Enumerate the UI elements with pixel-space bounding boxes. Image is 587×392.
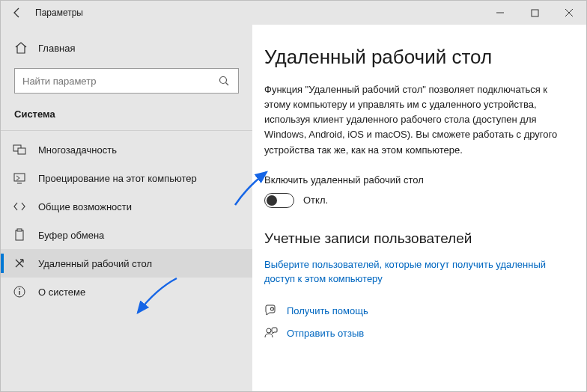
sidebar-item-label: Проецирование на этот компьютер (38, 173, 197, 184)
sidebar-item-clipboard[interactable]: Буфер обмена (1, 221, 252, 249)
feedback-icon (264, 327, 278, 340)
sidebar-item-multitask[interactable]: Многозадачность (1, 135, 252, 164)
select-users-link[interactable]: Выберите пользователей, которые могут по… (264, 257, 570, 287)
maximize-button[interactable] (517, 1, 552, 25)
search-input[interactable] (22, 76, 217, 87)
help-icon: ? (264, 304, 278, 318)
page-title: Удаленный рабочий стол (264, 46, 570, 69)
sidebar-item-label: Удаленный рабочий стол (38, 258, 152, 269)
home-icon (14, 41, 28, 55)
search-icon (217, 74, 231, 88)
description-text: Функция "Удаленный рабочий стол" позволя… (264, 82, 570, 158)
users-heading: Учетные записи пользователей (264, 230, 570, 247)
sidebar-item-label: Общие возможности (38, 201, 132, 212)
svg-rect-6 (14, 174, 25, 181)
sidebar-item-about[interactable]: О системе (1, 278, 252, 306)
svg-rect-7 (16, 230, 23, 240)
multitask-icon (13, 143, 26, 156)
toggle-label: Включить удаленный рабочий стол (264, 174, 570, 186)
sidebar-item-label: Многозадачность (38, 144, 117, 156)
remote-desktop-toggle[interactable] (264, 193, 294, 208)
svg-point-11 (19, 288, 20, 290)
clipboard-icon (13, 228, 26, 242)
back-button[interactable] (7, 2, 28, 23)
window-title: Параметры (35, 7, 83, 18)
sidebar-item-label: О системе (38, 287, 85, 298)
remote-icon (13, 257, 26, 270)
divider (1, 130, 252, 131)
svg-rect-5 (18, 148, 25, 154)
svg-rect-1 (532, 10, 538, 16)
shared-icon (13, 200, 26, 213)
feedback-row[interactable]: Отправить отзыв (264, 327, 570, 340)
window-controls (483, 1, 586, 25)
sidebar-item-remote[interactable]: Удаленный рабочий стол (1, 249, 252, 278)
home-nav[interactable]: Главная (1, 35, 252, 61)
get-help-label: Получить помощь (287, 305, 368, 316)
svg-point-14 (267, 328, 271, 333)
search-box[interactable] (14, 68, 239, 94)
minimize-button[interactable] (483, 1, 517, 25)
svg-point-2 (220, 77, 227, 84)
toggle-state-label: Откл. (303, 195, 328, 206)
close-button[interactable] (552, 1, 586, 25)
get-help-row[interactable]: ? Получить помощь (264, 304, 570, 318)
feedback-label: Отправить отзыв (287, 328, 364, 339)
main-panel: Удаленный рабочий стол Функция "Удаленны… (252, 25, 586, 391)
home-label: Главная (38, 43, 75, 54)
nav-list: Многозадачность Проецирование на этот ко… (1, 135, 252, 306)
title-bar: Параметры (1, 1, 586, 25)
svg-text:?: ? (271, 307, 273, 311)
sidebar-item-label: Буфер обмена (38, 230, 104, 241)
about-icon (13, 285, 26, 298)
project-icon (13, 171, 26, 185)
sidebar-item-shared[interactable]: Общие возможности (1, 192, 252, 221)
sidebar-item-project[interactable]: Проецирование на этот компьютер (1, 164, 252, 192)
svg-rect-8 (17, 229, 22, 231)
sidebar: Главная Система Многозадачность (1, 25, 252, 391)
category-label: Система (1, 104, 252, 127)
toggle-knob (267, 195, 277, 206)
svg-line-3 (226, 83, 229, 86)
